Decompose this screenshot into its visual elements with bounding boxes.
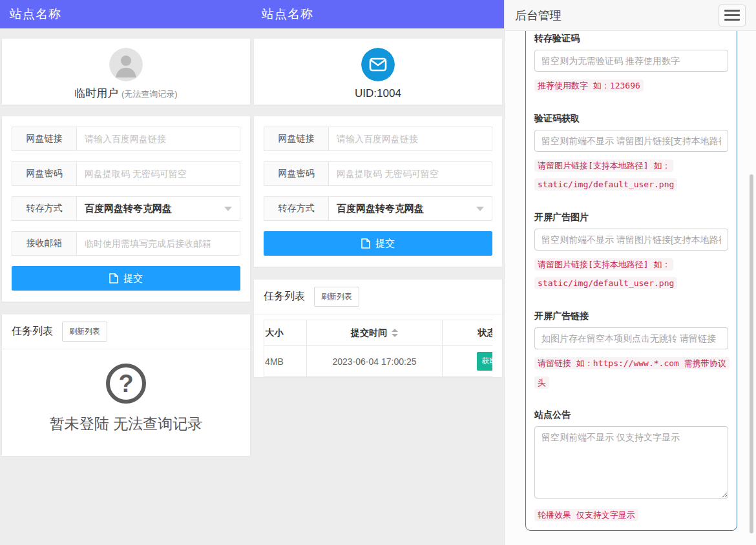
user-name-line: 临时用户 (无法查询记录) bbox=[2, 87, 250, 101]
submit-button-middle[interactable]: 提交 bbox=[264, 231, 492, 256]
empty-state: ? 暂未登陆 无法查询记录 bbox=[2, 349, 250, 456]
uid-card: UID:1004 bbox=[254, 39, 502, 105]
captcha-source-hint: 请留图片链接[支持本地路径] 如：static/img/default_user… bbox=[534, 156, 728, 194]
table-row: 4MB 2023-06-04 17:00:25 获取链接 bbox=[264, 346, 492, 377]
uid-value: UID:1004 bbox=[355, 87, 401, 99]
transfer-method-label: 转存方式 bbox=[264, 197, 329, 220]
site-announcement-label: 站点公告 bbox=[534, 409, 728, 421]
field-site-announcement: 站点公告 轮播效果 仅支持文字显示 bbox=[534, 409, 728, 524]
field-captcha-source: 验证码获取 请留图片链接[支持本地路径] 如：static/img/defaul… bbox=[534, 113, 728, 194]
captcha-source-label: 验证码获取 bbox=[534, 113, 728, 125]
chevron-down-icon bbox=[476, 207, 484, 211]
submit-button-left[interactable]: 提交 bbox=[12, 266, 240, 291]
admin-content: 转存验证码 推荐使用数字 如：123696 验证码获取 请留图片链接[支持本地路… bbox=[505, 31, 756, 545]
chevron-down-icon bbox=[224, 207, 232, 211]
task-list-header: 任务列表 刷新列表 bbox=[254, 280, 502, 314]
uid-avatar bbox=[361, 48, 395, 81]
site-title: 站点名称 bbox=[10, 7, 61, 21]
cell-submit-time: 2023-06-04 17:00:25 bbox=[307, 346, 443, 377]
task-table: 大小 提交时间 状态/操作 4MB bbox=[264, 320, 492, 377]
netdisk-password-input[interactable] bbox=[77, 162, 240, 185]
captcha-source-input[interactable] bbox=[534, 130, 728, 152]
task-list-title: 任务列表 bbox=[264, 290, 305, 303]
netdisk-password-label: 网盘密码 bbox=[12, 162, 77, 185]
transfer-captcha-input[interactable] bbox=[534, 50, 728, 72]
transfer-form-left: 网盘链接 网盘密码 转存方式 百度网盘转夸克网盘 接收邮箱 bbox=[2, 116, 250, 302]
submit-label: 提交 bbox=[123, 272, 143, 285]
menu-toggle-button[interactable] bbox=[719, 5, 746, 26]
column-submit-time[interactable]: 提交时间 bbox=[307, 320, 443, 346]
field-netdisk-link: 网盘链接 bbox=[12, 127, 240, 151]
task-table-viewport: 大小 提交时间 状态/操作 4MB bbox=[264, 320, 492, 377]
site-title: 站点名称 bbox=[262, 7, 313, 21]
transfer-captcha-hint: 推荐使用数字 如：123696 bbox=[534, 76, 728, 95]
transfer-method-value: 百度网盘转夸克网盘 bbox=[85, 203, 172, 215]
splash-ad-image-hint: 请留图片链接[支持本地路径] 如：static/img/default_user… bbox=[534, 254, 728, 293]
site-announcement-hint: 轮播效果 仅支持文字显示 bbox=[534, 505, 728, 524]
receive-email-label: 接收邮箱 bbox=[12, 232, 77, 255]
splash-ad-link-hint: 请留链接 如：https://www.*.com 需携带协议头 bbox=[534, 353, 728, 391]
page: 站点名称 临时用户 (无法查询记录) 网盘链接 网盘密码 bbox=[0, 0, 756, 545]
transfer-captcha-label: 转存验证码 bbox=[534, 33, 728, 45]
cell-status-action: 获取链接 bbox=[443, 346, 493, 377]
splash-ad-link-label: 开屏广告链接 bbox=[534, 311, 728, 322]
netdisk-link-input[interactable] bbox=[77, 127, 240, 150]
submit-label: 提交 bbox=[375, 238, 395, 250]
avatar bbox=[109, 48, 143, 81]
task-list-header: 任务列表 刷新列表 bbox=[2, 314, 250, 349]
netdisk-link-label: 网盘链接 bbox=[264, 127, 329, 150]
netdisk-link-input[interactable] bbox=[329, 127, 492, 150]
get-link-button[interactable]: 获取链接 bbox=[477, 352, 493, 371]
uid-line: UID:1004 bbox=[254, 87, 502, 101]
user-note: (无法查询记录) bbox=[121, 89, 178, 99]
user-card: 临时用户 (无法查询记录) bbox=[2, 39, 250, 105]
column-size: 大小 bbox=[264, 320, 307, 346]
splash-ad-link-input[interactable] bbox=[534, 327, 728, 349]
refresh-list-button[interactable]: 刷新列表 bbox=[62, 322, 107, 342]
task-list-title: 任务列表 bbox=[12, 325, 53, 338]
admin-title: 后台管理 bbox=[515, 8, 562, 23]
transfer-method-select[interactable]: 百度网盘转夸克网盘 bbox=[77, 197, 240, 220]
admin-header: 后台管理 bbox=[505, 0, 756, 31]
transfer-method-value: 百度网盘转夸克网盘 bbox=[337, 203, 424, 215]
site-panel-middle: 站点名称 UID:1004 网盘链接 网盘密码 bbox=[252, 0, 504, 545]
site-panel-left: 站点名称 临时用户 (无法查询记录) 网盘链接 网盘密码 bbox=[0, 0, 252, 545]
sort-icon[interactable] bbox=[392, 329, 398, 337]
receive-email-input[interactable] bbox=[77, 232, 240, 255]
field-netdisk-link: 网盘链接 bbox=[264, 127, 492, 151]
site-header-middle: 站点名称 bbox=[252, 0, 504, 28]
field-splash-ad-image: 开屏广告图片 请留图片链接[支持本地路径] 如：static/img/defau… bbox=[534, 212, 728, 293]
field-netdisk-password: 网盘密码 bbox=[264, 161, 492, 186]
admin-settings-card: 转存验证码 推荐使用数字 如：123696 验证码获取 请留图片链接[支持本地路… bbox=[525, 31, 737, 531]
netdisk-link-label: 网盘链接 bbox=[12, 127, 77, 150]
field-splash-ad-link: 开屏广告链接 请留链接 如：https://www.*.com 需携带协议头 bbox=[534, 311, 728, 391]
field-transfer-method: 转存方式 百度网盘转夸克网盘 bbox=[12, 196, 240, 221]
file-icon bbox=[361, 238, 370, 249]
hamburger-menu-icon bbox=[724, 10, 740, 12]
field-transfer-method: 转存方式 百度网盘转夸克网盘 bbox=[264, 196, 492, 221]
cell-size: 4MB bbox=[264, 346, 307, 377]
user-silhouette-icon bbox=[109, 48, 143, 81]
netdisk-password-input[interactable] bbox=[329, 162, 492, 185]
splash-ad-image-input[interactable] bbox=[534, 229, 728, 251]
question-circle-icon: ? bbox=[106, 364, 146, 404]
user-name: 临时用户 bbox=[74, 87, 118, 99]
empty-state-text: 暂未登陆 无法查询记录 bbox=[2, 414, 250, 434]
task-list-card-middle: 任务列表 刷新列表 大小 提交时间 状态/操 bbox=[254, 280, 502, 377]
field-netdisk-password: 网盘密码 bbox=[12, 161, 240, 186]
transfer-method-label: 转存方式 bbox=[12, 197, 77, 220]
field-receive-email: 接收邮箱 bbox=[12, 231, 240, 256]
admin-panel: 后台管理 转存验证码 推荐使用数字 如：123696 验证码获取 请留图片链接[… bbox=[504, 0, 756, 545]
site-announcement-textarea[interactable] bbox=[534, 426, 728, 499]
scrollbar[interactable] bbox=[750, 174, 753, 533]
splash-ad-image-label: 开屏广告图片 bbox=[534, 212, 728, 223]
table-header-row: 大小 提交时间 状态/操作 bbox=[264, 320, 492, 346]
task-list-card-left: 任务列表 刷新列表 ? 暂未登陆 无法查询记录 bbox=[2, 314, 250, 456]
site-header-left: 站点名称 bbox=[0, 0, 252, 28]
transfer-method-select[interactable]: 百度网盘转夸克网盘 bbox=[329, 197, 492, 220]
refresh-list-button[interactable]: 刷新列表 bbox=[314, 287, 359, 307]
file-icon bbox=[109, 273, 118, 283]
netdisk-password-label: 网盘密码 bbox=[264, 162, 329, 185]
envelope-icon bbox=[361, 48, 395, 81]
column-status-action: 状态/操作 bbox=[443, 320, 493, 346]
